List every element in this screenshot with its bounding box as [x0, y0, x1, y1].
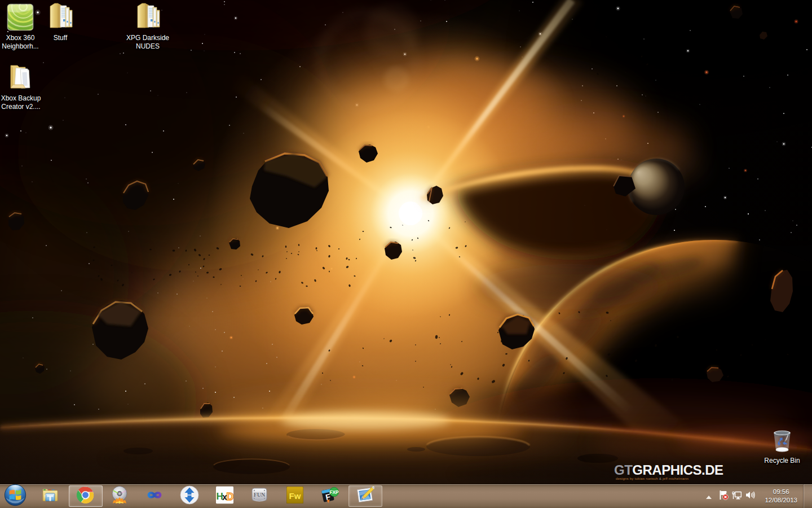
svg-text:designs by tobias roetsch & je: designs by tobias roetsch & jeff michelm…	[616, 476, 689, 480]
svg-text:Fw: Fw	[289, 491, 301, 501]
svg-text:FXP: FXP	[329, 489, 339, 495]
svg-text:FUN: FUN	[254, 492, 266, 498]
svg-text:D: D	[227, 491, 234, 502]
svg-text:GTGRAPHICS.DE: GTGRAPHICS.DE	[614, 462, 723, 478]
